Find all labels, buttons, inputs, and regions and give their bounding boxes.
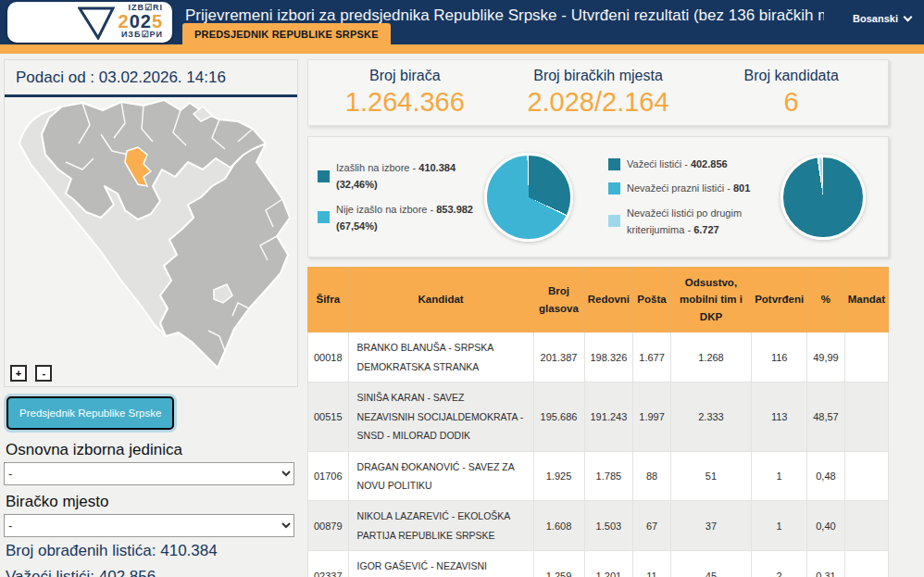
map-zoom-out-button[interactable]: - xyxy=(35,365,52,382)
legend-text: Važeći listići - 402.856 xyxy=(627,156,728,172)
turnout-pie-chart[interactable] xyxy=(484,153,573,242)
tab-predsjednik-republike-srpske[interactable]: PREDSJEDNIK REPUBLIKE SRPSKE xyxy=(182,23,391,44)
candidate-code: 00879 xyxy=(308,501,349,551)
votes-absentee: 2.333 xyxy=(670,383,751,451)
mandate xyxy=(844,451,888,501)
candidate-row[interactable]: 00515 SINIŠA KARAN - SAVEZ NEZAVISNIH SO… xyxy=(308,383,889,451)
votes-regular: 198.326 xyxy=(584,332,633,383)
stat-box: Broj biračkih mjesta 2.028/2.164 xyxy=(502,68,695,118)
votes-percent: 0,48 xyxy=(807,451,845,501)
votes-regular: 191.243 xyxy=(584,383,633,451)
turnout-pie-cell xyxy=(473,153,584,242)
candidate-code: 00018 xyxy=(308,332,349,383)
legend-text: Nevažeći prazni listići - 801 xyxy=(627,180,750,196)
votes-absentee: 51 xyxy=(670,451,751,501)
column-header: Mandat xyxy=(844,268,888,332)
mandate xyxy=(844,332,888,383)
votes-percent: 0,31 xyxy=(807,551,845,577)
mandate xyxy=(844,383,888,451)
main-content: Podaci od : 03.02.2026. 14:16 xyxy=(0,54,924,577)
column-header: % xyxy=(807,268,845,332)
results-table: ŠifraKandidatBroj glasovaRedovniPoštaOds… xyxy=(307,267,889,577)
map-zoom-in-button[interactable]: + xyxy=(10,365,27,382)
station-select-label: Biračko mjesto xyxy=(6,493,298,511)
logo-year: 2025 xyxy=(119,12,164,31)
candidate-name: NIKOLA LAZAREVIĆ - EKOLOŠKA PARTIJA REPU… xyxy=(348,501,533,551)
votes-regular: 1.503 xyxy=(584,501,633,551)
mandate xyxy=(844,501,888,551)
votes-percent: 48,57 xyxy=(807,383,845,451)
votes-regular: 1.201 xyxy=(584,551,633,577)
votes-absentee: 45 xyxy=(670,551,751,577)
column-header: Redovni xyxy=(584,268,633,332)
station-select[interactable]: - xyxy=(4,514,294,537)
race-select-button[interactable]: Predsjednik Republike Srpske xyxy=(6,396,174,430)
ballots-legend: Važeći listići - 402.856 Nevažeći prazni… xyxy=(608,148,768,245)
votes-absentee: 37 xyxy=(670,501,751,551)
language-label: Bosanski xyxy=(853,13,898,24)
votes-confirmed: 113 xyxy=(752,383,807,451)
candidate-code: 00515 xyxy=(308,383,349,451)
votes-mail: 88 xyxy=(633,451,671,501)
logo-line-cyrillic: ИЗБ☑РИ xyxy=(119,31,164,39)
ballots-pie-chart[interactable] xyxy=(780,155,866,240)
legend-item: Važeći listići - 402.856 xyxy=(608,156,768,172)
legend-item: Nevažeći listići po drugim kriterijumima… xyxy=(608,205,768,238)
mandate xyxy=(844,551,888,577)
votes-mail: 67 xyxy=(633,501,671,551)
language-selector[interactable]: Bosanski xyxy=(853,13,911,24)
candidate-row[interactable]: 01706 DRAGAN ĐOKANOVIĆ - SAVEZ ZA NOVU P… xyxy=(308,451,889,501)
candidate-row[interactable]: 00879 NIKOLA LAZAREVIĆ - EKOLOŠKA PARTIJ… xyxy=(308,501,889,551)
results-table-body: 00018 BRANKO BLANUŠA - SRPSKA DEMOKRATSK… xyxy=(308,332,889,577)
stat-label: Broj biračkih mjesta xyxy=(502,68,695,84)
votes-confirmed: 2 xyxy=(752,551,807,577)
legend-item: Nije izašlo na izbore - 853.982 (67,54%) xyxy=(318,201,473,234)
results-area: Broj birača 1.264.366 Broj biračkih mjes… xyxy=(307,59,889,577)
legend-swatch xyxy=(608,215,620,227)
stat-value: 2.028/2.164 xyxy=(502,87,695,118)
legend-swatch xyxy=(318,211,330,223)
map-container: + - xyxy=(5,97,297,386)
candidate-row[interactable]: 00018 BRANKO BLANUŠA - SRPSKA DEMOKRATSK… xyxy=(308,332,889,383)
results-table-header-row: ŠifraKandidatBroj glasovaRedovniPoštaOds… xyxy=(308,268,889,332)
candidate-name: IGOR GAŠEVIĆ - NEZAVISNI KANDIDAT xyxy=(348,551,533,577)
top-header-bar: IZB☑RI 2025 ИЗБ☑РИ Prijevremeni izbori z… xyxy=(0,0,924,44)
election-logo[interactable]: IZB☑RI 2025 ИЗБ☑РИ xyxy=(7,2,172,43)
candidate-code: 02337 xyxy=(308,551,349,577)
column-header: Kandidat xyxy=(348,268,533,332)
unit-select[interactable]: - xyxy=(4,462,294,485)
bosnia-map[interactable] xyxy=(5,97,297,381)
legend-swatch xyxy=(608,158,620,170)
column-header: Šifra xyxy=(308,268,349,332)
votes-absentee: 1.268 xyxy=(670,332,751,383)
map-zoom-controls: + - xyxy=(10,364,56,383)
legend-item: Nevažeći prazni listići - 801 xyxy=(608,180,768,196)
votes-confirmed: 1 xyxy=(752,451,807,501)
votes-confirmed: 116 xyxy=(752,332,807,383)
header-accent-band xyxy=(0,44,924,54)
processed-ballots-text: Broj obrađenih listića: 410.384 xyxy=(6,540,298,563)
izbori-2025-logo-graphic: IZB☑RI 2025 ИЗБ☑РИ xyxy=(78,4,163,41)
stat-value: 6 xyxy=(694,87,888,118)
legend-swatch xyxy=(608,182,620,194)
column-header: Odsustvo, mobilni tim i DKP xyxy=(670,268,751,332)
votes-mail: 1.677 xyxy=(633,332,671,383)
chevron-down-icon xyxy=(904,12,913,21)
candidate-row[interactable]: 02337 IGOR GAŠEVIĆ - NEZAVISNI KANDIDAT … xyxy=(308,551,889,577)
ballots-pie-cell xyxy=(768,155,879,240)
votes-total: 1.925 xyxy=(533,451,584,501)
votes-mail: 1.997 xyxy=(633,383,671,451)
stat-label: Broj birača xyxy=(308,68,502,84)
page-title: Prijevremeni izbori za predsjednika Repu… xyxy=(185,6,824,25)
legend-text: Izašlih na izbore - 410.384 (32,46%) xyxy=(336,159,473,193)
funnel-triangle-icon xyxy=(78,6,115,40)
votes-percent: 49,99 xyxy=(807,332,845,383)
candidate-name: SINIŠA KARAN - SAVEZ NEZAVISNIH SOCIJALD… xyxy=(348,383,533,451)
votes-total: 195.686 xyxy=(533,383,584,451)
candidate-name: DRAGAN ĐOKANOVIĆ - SAVEZ ZA NOVU POLITIK… xyxy=(348,451,533,501)
column-header: Pošta xyxy=(633,268,671,332)
candidate-code: 01706 xyxy=(308,451,349,501)
summary-stats-panel: Broj birača 1.264.366 Broj biračkih mjes… xyxy=(307,59,889,126)
column-header: Potvrđeni xyxy=(752,268,807,332)
legend-text: Nije izašlo na izbore - 853.982 (67,54%) xyxy=(336,201,473,234)
